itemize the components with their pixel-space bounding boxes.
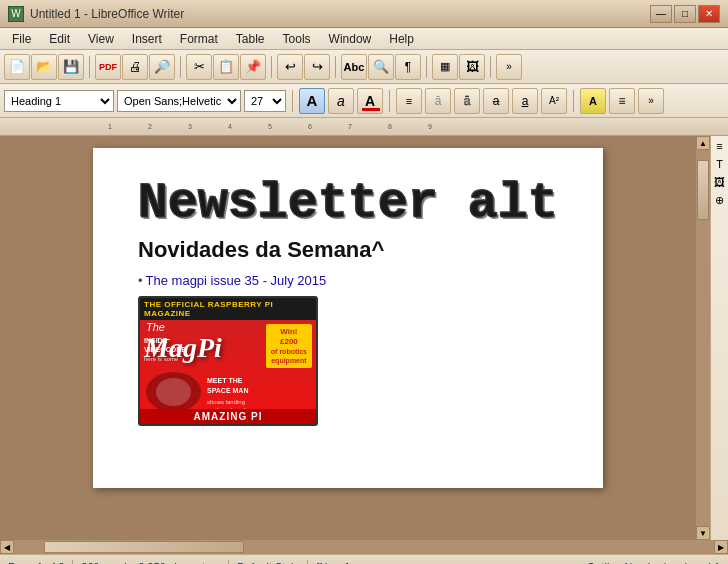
statusbar: Page 1 of 2 369 words, 2,256 characters … <box>0 554 728 564</box>
maximize-button[interactable]: □ <box>674 5 696 23</box>
status-sep-2 <box>228 560 229 565</box>
scroll-thumb[interactable] <box>697 160 709 220</box>
menu-table[interactable]: Table <box>228 30 273 48</box>
redo-button[interactable]: ↪ <box>304 54 330 80</box>
menu-file[interactable]: File <box>4 30 39 48</box>
ruler: 1 2 3 4 5 6 7 8 9 <box>0 118 728 136</box>
status-sep-3 <box>307 560 308 565</box>
highlight-button[interactable]: A <box>580 88 606 114</box>
menu-help[interactable]: Help <box>381 30 422 48</box>
separator-4 <box>335 56 336 78</box>
outline-button[interactable]: ā <box>454 88 480 114</box>
scroll-down-button[interactable]: ▼ <box>696 526 710 540</box>
pdf-button[interactable]: PDF <box>95 54 121 80</box>
fontcolor-button[interactable]: A <box>357 88 383 114</box>
document-area[interactable]: Newsletter altl Novidades da Semana^ • T… <box>0 136 696 540</box>
open-button[interactable]: 📂 <box>31 54 57 80</box>
more-format[interactable]: » <box>638 88 664 114</box>
size-select[interactable]: 27 <box>244 90 286 112</box>
menu-tools[interactable]: Tools <box>275 30 319 48</box>
bold-button[interactable]: A <box>299 88 325 114</box>
copy-button[interactable]: 📋 <box>213 54 239 80</box>
cut-button[interactable]: ✂ <box>186 54 212 80</box>
menu-window[interactable]: Window <box>321 30 380 48</box>
minimize-button[interactable]: — <box>650 5 672 23</box>
preview-button[interactable]: 🔎 <box>149 54 175 80</box>
align-left-button[interactable]: ≡ <box>396 88 422 114</box>
strikethrough-button[interactable]: a <box>483 88 509 114</box>
menu-insert[interactable]: Insert <box>124 30 170 48</box>
selection-status: [None] <box>316 561 348 565</box>
newsletter-heading: Newsletter altl <box>138 178 558 231</box>
charcolor-dropper[interactable]: ≡ <box>609 88 635 114</box>
separator-f1 <box>292 90 293 112</box>
menu-format[interactable]: Format <box>172 30 226 48</box>
undo-button[interactable]: ↩ <box>277 54 303 80</box>
magpi-win: Win! £200 of robotics equipment <box>266 324 312 369</box>
close-button[interactable]: ✕ <box>698 5 720 23</box>
spellcheck-button[interactable]: Abc <box>341 54 367 80</box>
more-toolbar[interactable]: » <box>496 54 522 80</box>
word-count: 369 words, 2,256 characters <box>81 561 220 565</box>
main-area: Newsletter altl Novidades da Semana^ • T… <box>0 136 728 540</box>
scroll-right-button[interactable]: ▶ <box>714 540 728 554</box>
menu-edit[interactable]: Edit <box>41 30 78 48</box>
separator-2 <box>180 56 181 78</box>
menubar: File Edit View Insert Format Table Tools… <box>0 28 728 50</box>
vertical-scrollbar[interactable]: ▲ ▼ <box>696 136 710 540</box>
right-panel: ≡ T 🖼 ⊕ <box>710 136 728 540</box>
image-button[interactable]: 🖼 <box>459 54 485 80</box>
scroll-track[interactable] <box>696 150 710 526</box>
separator-f3 <box>573 90 574 112</box>
link-text[interactable]: The magpi issue 35 - July 2015 <box>146 273 327 288</box>
horizontal-scrollbar[interactable]: ◀ ▶ <box>0 540 728 554</box>
magpi-bottom-text: AMAZING PI <box>140 409 316 424</box>
panel-btn-2[interactable]: T <box>712 156 728 172</box>
style-status: Default Style <box>237 561 299 565</box>
document-page: Newsletter altl Novidades da Semana^ • T… <box>93 148 603 488</box>
separator-6 <box>490 56 491 78</box>
toolbar-standard: 📄 📂 💾 PDF 🖨 🔎 ✂ 📋 📌 ↩ ↪ Abc 🔍 ¶ ▦ 🖼 » <box>0 50 728 84</box>
panel-btn-1[interactable]: ≡ <box>712 138 728 154</box>
separator-1 <box>89 56 90 78</box>
magpi-header-text: THE OFFICIAL RASPBERRY PI MAGAZINE <box>140 298 316 320</box>
superscript-button[interactable]: A² <box>541 88 567 114</box>
scroll-up-button[interactable]: ▲ <box>696 136 710 150</box>
status-sep-1 <box>72 560 73 565</box>
window-controls: — □ ✕ <box>650 5 720 23</box>
app-icon: W <box>8 6 24 22</box>
status-right: Outline Numbering: Level 1 <box>587 561 720 565</box>
table-button[interactable]: ▦ <box>432 54 458 80</box>
hscroll-track[interactable] <box>14 540 714 554</box>
outline-level: Outline Numbering: Level 1 <box>587 561 720 565</box>
print-button[interactable]: 🖨 <box>122 54 148 80</box>
separator-f2 <box>389 90 390 112</box>
window-title: Untitled 1 - LibreOffice Writer <box>30 7 184 21</box>
underline-button[interactable]: a <box>512 88 538 114</box>
subtitle: Novidades da Semana^ <box>138 237 558 263</box>
page-count: Page 1 of 2 <box>8 561 64 565</box>
panel-btn-3[interactable]: 🖼 <box>712 174 728 190</box>
find-button[interactable]: 🔍 <box>368 54 394 80</box>
magpi-link[interactable]: • The magpi issue 35 - July 2015 <box>138 273 558 288</box>
separator-5 <box>426 56 427 78</box>
separator-3 <box>271 56 272 78</box>
new-button[interactable]: 📄 <box>4 54 30 80</box>
nonprint-button[interactable]: ¶ <box>395 54 421 80</box>
shadow-button[interactable]: ā <box>425 88 451 114</box>
menu-view[interactable]: View <box>80 30 122 48</box>
panel-btn-4[interactable]: ⊕ <box>712 192 728 208</box>
magpi-image: THE OFFICIAL RASPBERRY PI MAGAZINE The M… <box>138 296 318 426</box>
hscroll-thumb[interactable] <box>44 541 244 553</box>
font-select[interactable]: Open Sans;Helvetic <box>117 90 241 112</box>
toolbar-formatting: Heading 1 Open Sans;Helvetic 27 A a A ≡ … <box>0 84 728 118</box>
paste-button[interactable]: 📌 <box>240 54 266 80</box>
scroll-left-button[interactable]: ◀ <box>0 540 14 554</box>
style-select[interactable]: Heading 1 <box>4 90 114 112</box>
titlebar: W Untitled 1 - LibreOffice Writer — □ ✕ <box>0 0 728 28</box>
save-button[interactable]: 💾 <box>58 54 84 80</box>
italic-button[interactable]: a <box>328 88 354 114</box>
